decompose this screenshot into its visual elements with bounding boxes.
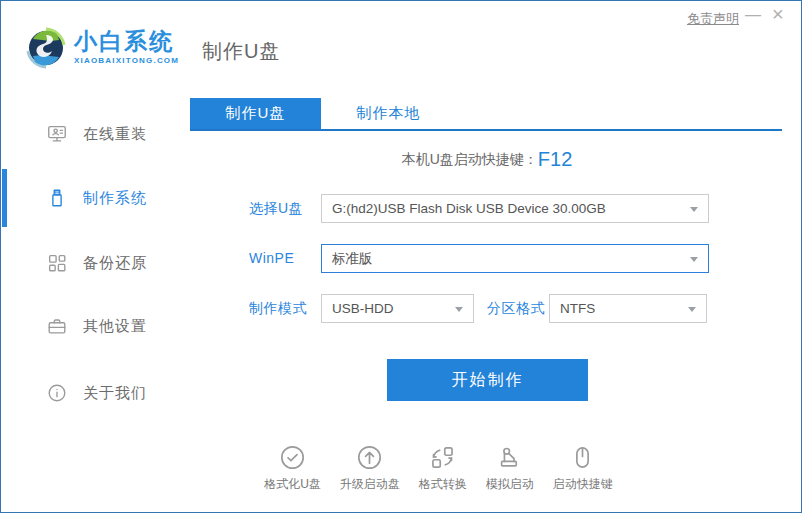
- about-us-icon: [46, 382, 68, 404]
- tool-label: 格式化U盘: [264, 476, 321, 493]
- upgrade-boot-disk-icon: [356, 444, 383, 471]
- tab-make-local[interactable]: 制作本地: [321, 98, 456, 129]
- chevron-down-icon: [690, 257, 698, 262]
- usb-select-dropdown[interactable]: G:(hd2)USB Flash Disk USB Device 30.00GB: [321, 194, 709, 223]
- usb-make-system-icon: [46, 187, 68, 209]
- partition-format-value: NTFS: [550, 295, 706, 322]
- sidebar-item-about-us[interactable]: 关于我们: [2, 373, 186, 413]
- logo-title: 小白系统: [74, 28, 179, 54]
- tool-label: 模拟启动: [486, 476, 534, 493]
- partition-format-label: 分区格式: [487, 294, 545, 323]
- format-usb-icon: [279, 444, 306, 471]
- hotkey-value: F12: [538, 148, 572, 170]
- tool-format-usb[interactable]: 格式化U盘: [264, 444, 321, 493]
- sidebar-item-backup-restore[interactable]: 备份还原: [2, 243, 186, 283]
- hotkey-label: 本机U盘启动快捷键：: [402, 151, 538, 167]
- sidebar-item-make-system[interactable]: 制作系统: [2, 178, 186, 218]
- partition-format-dropdown[interactable]: NTFS: [549, 294, 707, 323]
- simulate-boot-icon: [496, 444, 523, 471]
- format-convert-icon: [429, 444, 456, 471]
- close-button[interactable]: ×: [772, 3, 784, 25]
- make-mode-label: 制作模式: [249, 294, 307, 323]
- make-mode-dropdown[interactable]: USB-HDD: [321, 294, 474, 323]
- sidebar-item-label: 备份还原: [83, 254, 147, 273]
- sidebar-item-label: 制作系统: [83, 189, 147, 208]
- sidebar-item-online-reinstall[interactable]: 在线重装: [2, 114, 186, 154]
- tool-format-convert[interactable]: 格式转换: [419, 444, 467, 493]
- boot-hotkey-line: 本机U盘启动快捷键：F12: [191, 148, 783, 171]
- app-window: 小白系统 XIAOBAIXITONG.COM 制作U盘 免责声明 — × 在线重…: [0, 0, 802, 513]
- chevron-down-icon: [690, 207, 698, 212]
- make-mode-value: USB-HDD: [322, 295, 473, 322]
- minimize-button[interactable]: —: [745, 5, 761, 25]
- tool-simulate-boot[interactable]: 模拟启动: [486, 444, 534, 493]
- online-reinstall-icon: [46, 123, 68, 145]
- footer-toolbar: 格式化U盘 升级启动盘 格式转换 模拟启动: [143, 444, 734, 493]
- app-logo-icon: [23, 25, 69, 71]
- chevron-down-icon: [688, 307, 696, 312]
- other-settings-icon: [46, 315, 68, 337]
- tool-label: 格式转换: [419, 476, 467, 493]
- boot-hotkey-icon: [569, 444, 596, 471]
- logo-text: 小白系统 XIAOBAIXITONG.COM: [74, 28, 179, 65]
- chevron-down-icon: [455, 307, 463, 312]
- sidebar-item-label: 在线重装: [83, 125, 147, 144]
- tool-label: 启动快捷键: [553, 476, 613, 493]
- winpe-label: WinPE: [249, 244, 294, 273]
- sidebar-item-label: 关于我们: [83, 384, 147, 403]
- usb-select-value: G:(hd2)USB Flash Disk USB Device 30.00GB: [322, 195, 708, 222]
- disclaimer-link[interactable]: 免责声明: [687, 10, 739, 28]
- tool-boot-hotkey[interactable]: 启动快捷键: [553, 444, 613, 493]
- start-make-button[interactable]: 开始制作: [387, 359, 588, 401]
- logo-subtitle: XIAOBAIXITONG.COM: [74, 56, 179, 65]
- page-title: 制作U盘: [202, 38, 280, 65]
- tool-label: 升级启动盘: [340, 476, 400, 493]
- sidebar-item-other-settings[interactable]: 其他设置: [2, 306, 186, 346]
- tool-upgrade-boot-disk[interactable]: 升级启动盘: [340, 444, 400, 493]
- tab-underline: [190, 129, 782, 131]
- tab-make-usb[interactable]: 制作U盘: [190, 98, 321, 129]
- usb-select-label: 选择U盘: [249, 194, 303, 223]
- sidebar-item-label: 其他设置: [83, 317, 147, 336]
- backup-restore-icon: [46, 252, 68, 274]
- winpe-value: 标准版: [322, 245, 708, 272]
- winpe-dropdown[interactable]: 标准版: [321, 244, 709, 273]
